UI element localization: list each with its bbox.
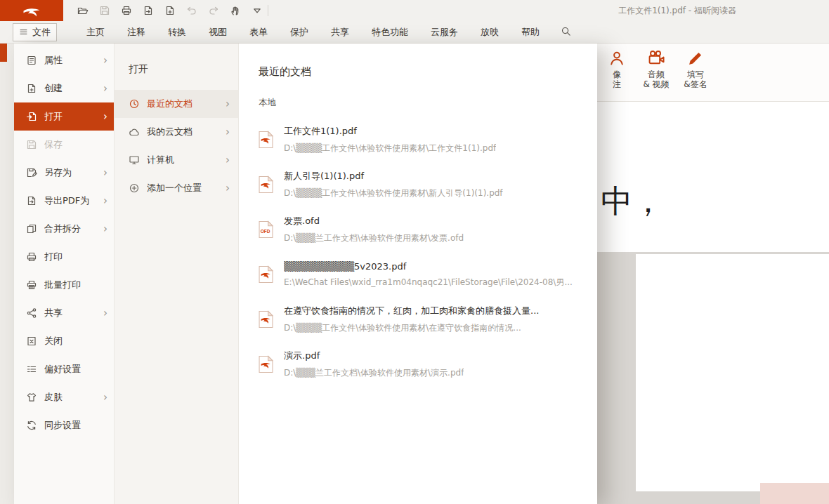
open-file-button[interactable] [74,3,91,18]
floppy-icon [26,139,37,150]
file-meta: 在遵守饮食指南的情况下，红肉，加工肉和家禽的膳食摄入量... D:\▒▒▒▒工作… [284,305,539,334]
ribbon-portrait-annotation-button[interactable]: 像 注 [597,49,637,89]
redo-button[interactable] [205,3,222,18]
menu-close[interactable]: 关闭 [14,327,114,355]
cloud-icon [129,126,140,138]
search-icon [561,26,571,39]
ofd-file-icon: OFD [259,220,273,239]
clock-icon [129,98,140,110]
menu-open[interactable]: 打开 [14,102,114,131]
file-menu-panel: 属性 创建 打开 保存 [14,44,597,504]
pdf-file-icon [259,131,273,149]
document-page: 中， [597,102,829,252]
menu-combine-split[interactable]: 合并拆分 [14,215,114,243]
print-button[interactable] [118,3,135,18]
ribbon-fill-sign-button[interactable]: 填写 &签名 [676,49,715,89]
tab-share[interactable]: 共享 [320,22,360,43]
tab-home[interactable]: 主页 [75,22,116,43]
pen-icon [686,49,705,67]
document-area: 像 注 音频 & 视频 填写 &签名 中， [597,44,829,504]
submenu-arrow-icon [226,183,230,194]
open-my-cloud-documents[interactable]: 我的云文档 [115,118,238,146]
menu-skin[interactable]: 皮肤 [14,383,114,411]
tab-presentation[interactable]: 放映 [469,22,510,43]
menu-save-as[interactable]: 另存为 [14,159,114,187]
recent-file-xinrenyindao[interactable]: 新人引导(1)(1).pdf D:\▒▒▒▒工作文件\体验软件使用素材\新人引导… [259,162,597,207]
share-icon [26,307,37,319]
ribbon-toolbar: 像 注 音频 & 视频 填写 &签名 [597,44,829,102]
recent-file-wechat-pdf[interactable]: ▒▒▒▒▒▒▒▒▒▒5v2023.pdf E:\WeChat Files\wxi… [259,252,597,297]
window-title: 工作文件1(1).pdf - 福昕阅读器 [618,0,736,21]
recent-file-yanshi[interactable]: 演示.pdf D:\▒▒▒兰工作文档\体验软件使用素材\演示.pdf [259,342,597,387]
submenu-arrow-icon [226,155,230,166]
tab-features[interactable]: 特色功能 [360,22,419,43]
submenu-arrow-icon [103,224,107,234]
menu-share[interactable]: 共享 [14,299,114,327]
file-path: D:\▒▒▒兰工作文档\体验软件使用素材\发票.ofd [284,232,464,244]
svg-text:OFD: OFD [261,229,270,234]
hand-tool-button[interactable] [227,3,244,18]
monitor-icon [129,154,140,166]
recent-file-fapiao[interactable]: OFD 发票.ofd D:\▒▒▒兰工作文档\体验软件使用素材\发票.ofd [259,207,597,252]
tab-convert[interactable]: 转换 [157,22,197,43]
menu-batch-print[interactable]: 批量打印 [14,271,114,299]
menu-save[interactable]: 保存 [14,131,114,159]
search-button[interactable] [556,23,575,41]
menu-tabs: 主页注释转换视图表单保护共享特色功能云服务放映帮助 [75,22,551,43]
skin-icon [26,392,37,403]
doc-export-icon [26,195,37,206]
file-meta: 发票.ofd D:\▒▒▒兰工作文档\体验软件使用素材\发票.ofd [284,215,464,244]
tab-protect[interactable]: 保护 [279,22,320,43]
ribbon-audio-video-button[interactable]: 音频 & 视频 [637,49,676,89]
recent-documents-panel: 最近的文档 本地 工作文件1(1).pdf D:\▒▒▒▒工作文件\体验软件使用… [239,44,597,504]
submenu-arrow-icon [103,55,107,66]
tab-cloud-service[interactable]: 云服务 [419,22,469,43]
menu-bar: 文件 主页注释转换视图表单保护共享特色功能云服务放映帮助 [0,21,829,44]
submenu-arrow-icon [103,308,107,319]
recent-file-gongzuowenjian1[interactable]: 工作文件1(1).pdf D:\▒▒▒▒工作文件\体验软件使用素材\工作文件1(… [259,117,597,162]
recent-documents-title: 最近的文档 [259,65,597,79]
left-panel-strip [0,44,14,504]
file-name: 新人引导(1)(1).pdf [284,170,503,183]
pdf-file-icon [259,310,273,329]
file-menu-item-list: 属性 创建 打开 保存 [14,44,115,504]
video-camera-icon [647,49,665,67]
recent-file-list: 工作文件1(1).pdf D:\▒▒▒▒工作文件\体验软件使用素材\工作文件1(… [259,117,597,387]
tab-view[interactable]: 视图 [197,22,238,43]
file-menu-button[interactable]: 文件 [13,23,57,41]
file-name: 发票.ofd [284,215,464,227]
file-path: D:\▒▒▒▒工作文件\体验软件使用素材\工作文件1(1).pdf [284,142,496,154]
menu-sync-settings[interactable]: 同步设置 [14,411,114,439]
customize-toolbar-button[interactable] [249,3,266,18]
title-bar: 工作文件1(1).pdf - 福昕阅读器 [0,0,829,21]
portrait-icon [608,49,626,67]
doc-create-icon [26,83,37,94]
combine-icon [26,223,37,234]
open-recent-documents[interactable]: 最近的文档 [115,90,238,118]
menu-preferences[interactable]: 偏好设置 [14,355,114,383]
page-image-fragment [760,483,829,504]
tab-help[interactable]: 帮助 [510,22,551,43]
file-name: 在遵守饮食指南的情况下，红肉，加工肉和家禽的膳食摄入量... [284,305,539,317]
file-name: 演示.pdf [284,350,464,362]
tab-form[interactable]: 表单 [238,22,279,43]
save-button[interactable] [96,3,113,18]
submenu-arrow-icon [103,84,107,94]
undo-button[interactable] [183,3,200,18]
recent-file-yinshizhinan[interactable]: 在遵守饮食指南的情况下，红肉，加工肉和家禽的膳食摄入量... D:\▒▒▒▒工作… [259,297,597,342]
fox-icon [22,4,41,17]
menu-export-pdf-as[interactable]: 导出PDF为 [14,187,114,215]
file-meta: 新人引导(1)(1).pdf D:\▒▒▒▒工作文件\体验软件使用素材\新人引导… [284,170,503,199]
submenu-arrow-icon [103,392,107,403]
menu-print[interactable]: 打印 [14,243,114,271]
menu-properties[interactable]: 属性 [14,46,114,74]
tab-comment[interactable]: 注释 [116,22,157,43]
open-add-a-place[interactable]: 添加一个位置 [115,174,238,202]
document-page-2 [636,254,829,491]
open-computer[interactable]: 计算机 [115,146,238,174]
foxit-logo[interactable] [0,0,63,21]
open-destination-list: 最近的文档 我的云文档 计算机 [115,90,238,202]
export-pdf-button[interactable] [140,3,157,18]
create-pdf-button[interactable] [162,3,178,18]
menu-create[interactable]: 创建 [14,74,114,102]
